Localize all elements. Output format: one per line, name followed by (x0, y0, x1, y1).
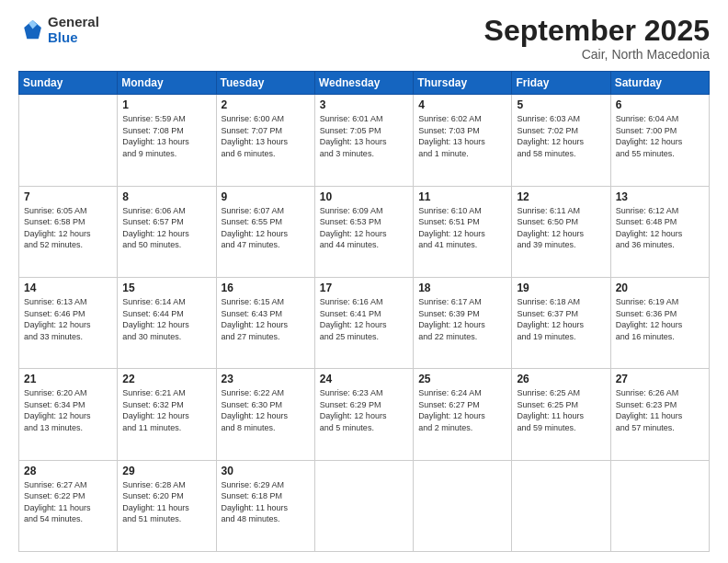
day-number: 28 (24, 465, 112, 477)
calendar-row-3: 14Sunrise: 6:13 AM Sunset: 6:46 PM Dayli… (19, 277, 710, 368)
day-number: 26 (517, 373, 605, 385)
day-info: Sunrise: 6:22 AM Sunset: 6:30 PM Dayligh… (222, 387, 310, 433)
day-number: 24 (320, 373, 408, 385)
day-info: Sunrise: 6:25 AM Sunset: 6:25 PM Dayligh… (517, 387, 605, 433)
calendar-cell (314, 460, 413, 551)
calendar-cell: 1Sunrise: 5:59 AM Sunset: 7:08 PM Daylig… (118, 95, 216, 186)
header-tuesday: Tuesday (216, 72, 314, 95)
day-info: Sunrise: 6:02 AM Sunset: 7:03 PM Dayligh… (418, 113, 506, 159)
logo-blue-text: Blue (48, 30, 99, 46)
calendar-cell: 12Sunrise: 6:11 AM Sunset: 6:50 PM Dayli… (512, 186, 610, 277)
day-number: 9 (222, 190, 310, 203)
calendar-cell: 30Sunrise: 6:29 AM Sunset: 6:18 PM Dayli… (216, 460, 314, 551)
header-wednesday: Wednesday (314, 72, 413, 95)
day-info: Sunrise: 6:26 AM Sunset: 6:23 PM Dayligh… (616, 387, 704, 433)
calendar-cell: 5Sunrise: 6:03 AM Sunset: 7:02 PM Daylig… (512, 95, 610, 186)
calendar-cell: 23Sunrise: 6:22 AM Sunset: 6:30 PM Dayli… (216, 369, 314, 460)
day-number: 29 (122, 465, 210, 477)
calendar-cell (512, 460, 610, 551)
calendar-row-4: 21Sunrise: 6:20 AM Sunset: 6:34 PM Dayli… (19, 369, 710, 460)
day-number: 7 (24, 190, 112, 203)
day-number: 25 (418, 373, 506, 385)
day-info: Sunrise: 6:12 AM Sunset: 6:48 PM Dayligh… (616, 205, 704, 251)
calendar-cell: 6Sunrise: 6:04 AM Sunset: 7:00 PM Daylig… (610, 95, 709, 186)
location-subtitle: Cair, North Macedonia (484, 47, 710, 62)
day-info: Sunrise: 6:11 AM Sunset: 6:50 PM Dayligh… (517, 205, 605, 251)
day-number: 19 (517, 282, 605, 294)
day-info: Sunrise: 6:16 AM Sunset: 6:41 PM Dayligh… (320, 296, 408, 342)
logo-icon (18, 17, 44, 43)
day-number: 4 (418, 98, 506, 111)
day-info: Sunrise: 6:10 AM Sunset: 6:51 PM Dayligh… (418, 205, 506, 251)
calendar-cell: 8Sunrise: 6:06 AM Sunset: 6:57 PM Daylig… (118, 186, 216, 277)
day-info: Sunrise: 6:23 AM Sunset: 6:29 PM Dayligh… (320, 387, 408, 433)
day-number: 27 (616, 373, 704, 385)
calendar-cell: 24Sunrise: 6:23 AM Sunset: 6:29 PM Dayli… (314, 369, 413, 460)
calendar-cell: 7Sunrise: 6:05 AM Sunset: 6:58 PM Daylig… (19, 186, 118, 277)
logo: General Blue (18, 15, 99, 45)
day-number: 11 (418, 190, 506, 203)
day-info: Sunrise: 6:00 AM Sunset: 7:07 PM Dayligh… (222, 113, 310, 159)
day-info: Sunrise: 6:28 AM Sunset: 6:20 PM Dayligh… (122, 479, 210, 525)
day-number: 21 (24, 373, 112, 385)
calendar-cell: 21Sunrise: 6:20 AM Sunset: 6:34 PM Dayli… (19, 369, 118, 460)
page: General Blue September 2025 Cair, North … (0, 0, 728, 563)
logo-text: General Blue (48, 15, 99, 45)
day-number: 2 (222, 98, 310, 111)
day-number: 23 (222, 373, 310, 385)
calendar-cell: 9Sunrise: 6:07 AM Sunset: 6:55 PM Daylig… (216, 186, 314, 277)
day-number: 14 (24, 282, 112, 294)
calendar-cell: 16Sunrise: 6:15 AM Sunset: 6:43 PM Dayli… (216, 277, 314, 368)
day-number: 6 (616, 98, 704, 111)
day-info: Sunrise: 6:24 AM Sunset: 6:27 PM Dayligh… (418, 387, 506, 433)
calendar-cell (19, 95, 118, 186)
day-info: Sunrise: 6:05 AM Sunset: 6:58 PM Dayligh… (24, 205, 112, 251)
day-info: Sunrise: 6:18 AM Sunset: 6:37 PM Dayligh… (517, 296, 605, 342)
day-info: Sunrise: 6:07 AM Sunset: 6:55 PM Dayligh… (222, 205, 310, 251)
calendar-cell: 3Sunrise: 6:01 AM Sunset: 7:05 PM Daylig… (314, 95, 413, 186)
day-info: Sunrise: 6:01 AM Sunset: 7:05 PM Dayligh… (320, 113, 408, 159)
title-block: September 2025 Cair, North Macedonia (484, 15, 710, 62)
day-info: Sunrise: 6:15 AM Sunset: 6:43 PM Dayligh… (222, 296, 310, 342)
day-number: 5 (517, 98, 605, 111)
calendar-row-2: 7Sunrise: 6:05 AM Sunset: 6:58 PM Daylig… (19, 186, 710, 277)
day-number: 16 (222, 282, 310, 294)
calendar-cell: 20Sunrise: 6:19 AM Sunset: 6:36 PM Dayli… (610, 277, 709, 368)
day-number: 1 (122, 98, 210, 111)
calendar-cell: 18Sunrise: 6:17 AM Sunset: 6:39 PM Dayli… (414, 277, 512, 368)
day-number: 8 (122, 190, 210, 203)
calendar-cell: 29Sunrise: 6:28 AM Sunset: 6:20 PM Dayli… (118, 460, 216, 551)
day-number: 20 (616, 282, 704, 294)
calendar-cell: 13Sunrise: 6:12 AM Sunset: 6:48 PM Dayli… (610, 186, 709, 277)
calendar-cell: 14Sunrise: 6:13 AM Sunset: 6:46 PM Dayli… (19, 277, 118, 368)
day-number: 3 (320, 98, 408, 111)
day-number: 13 (616, 190, 704, 203)
calendar-cell: 4Sunrise: 6:02 AM Sunset: 7:03 PM Daylig… (414, 95, 512, 186)
calendar-cell: 11Sunrise: 6:10 AM Sunset: 6:51 PM Dayli… (414, 186, 512, 277)
day-info: Sunrise: 6:03 AM Sunset: 7:02 PM Dayligh… (517, 113, 605, 159)
calendar-cell: 28Sunrise: 6:27 AM Sunset: 6:22 PM Dayli… (19, 460, 118, 551)
calendar-cell: 26Sunrise: 6:25 AM Sunset: 6:25 PM Dayli… (512, 369, 610, 460)
day-info: Sunrise: 6:17 AM Sunset: 6:39 PM Dayligh… (418, 296, 506, 342)
calendar-table: Sunday Monday Tuesday Wednesday Thursday… (18, 71, 710, 552)
header-thursday: Thursday (414, 72, 512, 95)
day-info: Sunrise: 6:13 AM Sunset: 6:46 PM Dayligh… (24, 296, 112, 342)
calendar-cell: 17Sunrise: 6:16 AM Sunset: 6:41 PM Dayli… (314, 277, 413, 368)
day-number: 12 (517, 190, 605, 203)
calendar-cell: 19Sunrise: 6:18 AM Sunset: 6:37 PM Dayli… (512, 277, 610, 368)
day-number: 10 (320, 190, 408, 203)
day-info: Sunrise: 5:59 AM Sunset: 7:08 PM Dayligh… (122, 113, 210, 159)
day-number: 22 (122, 373, 210, 385)
month-title: September 2025 (484, 15, 710, 47)
calendar-cell (610, 460, 709, 551)
header-saturday: Saturday (610, 72, 709, 95)
header-friday: Friday (512, 72, 610, 95)
weekday-header-row: Sunday Monday Tuesday Wednesday Thursday… (19, 72, 710, 95)
day-info: Sunrise: 6:09 AM Sunset: 6:53 PM Dayligh… (320, 205, 408, 251)
header-monday: Monday (118, 72, 216, 95)
calendar-row-5: 28Sunrise: 6:27 AM Sunset: 6:22 PM Dayli… (19, 460, 710, 551)
day-number: 15 (122, 282, 210, 294)
day-info: Sunrise: 6:21 AM Sunset: 6:32 PM Dayligh… (122, 387, 210, 433)
day-info: Sunrise: 6:19 AM Sunset: 6:36 PM Dayligh… (616, 296, 704, 342)
calendar-row-1: 1Sunrise: 5:59 AM Sunset: 7:08 PM Daylig… (19, 95, 710, 186)
